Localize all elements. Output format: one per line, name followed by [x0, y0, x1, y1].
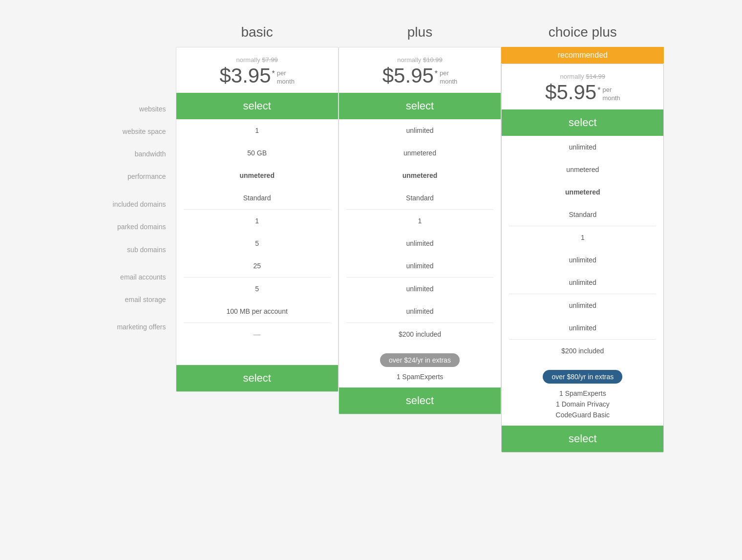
- choice-plus-normally: normally $14.99: [507, 73, 658, 80]
- plus-marketing-offers: $200 included: [339, 323, 501, 345]
- basic-parked-domains: 5: [176, 232, 338, 255]
- choice-plus-sub-domains: unlimited: [502, 271, 663, 294]
- separator-spacer-2: [78, 261, 166, 266]
- choice-plus-email-storage: unlimited: [502, 317, 663, 339]
- basic-price: $3.95: [219, 65, 271, 86]
- plus-title: plus: [339, 20, 501, 47]
- plus-websites: unlimited: [339, 119, 501, 142]
- plus-extras-item1: 1 SpamExperts: [397, 373, 444, 381]
- basic-select-top-button[interactable]: select: [176, 93, 338, 119]
- choice-plus-price: $5.95: [545, 82, 596, 103]
- choice-plus-asterisk: *: [597, 86, 600, 95]
- label-performance: performance: [78, 165, 166, 188]
- basic-select-bottom-button[interactable]: select: [176, 365, 338, 391]
- choice-plus-extras-item2: 1 Domain Privacy: [556, 400, 610, 408]
- choice-plus-bandwidth: unmetered: [502, 181, 663, 203]
- basic-features: 1 50 GB unmetered Standard 1 5 25 5 100 …: [176, 119, 338, 345]
- plus-performance: Standard: [339, 187, 501, 209]
- basic-normally-price: $7.99: [262, 56, 278, 64]
- plan-plus: plus normally $10.99 $5.95 * permonth se…: [339, 20, 501, 414]
- basic-normally-label: normally: [236, 56, 260, 64]
- basic-price-row: $3.95 * permonth: [181, 65, 333, 86]
- plan-choice-plus: choice plus recommended normally $14.99 …: [501, 20, 664, 452]
- choice-plus-extras-item1: 1 SpamExperts: [559, 389, 606, 397]
- choice-plus-per-month: permonth: [602, 86, 620, 103]
- recommended-badge: recommended: [501, 47, 664, 64]
- choice-plus-normally-price: $14.99: [586, 73, 605, 80]
- label-bandwidth: bandwidth: [78, 143, 166, 165]
- choice-plus-marketing-offers: $200 included: [502, 340, 663, 362]
- choice-plus-features: unlimited unmetered unmetered Standard 1…: [502, 136, 663, 362]
- plan-basic: basic normally $7.99 $3.95 * permonth se…: [176, 20, 339, 392]
- plus-price-row: $5.95 * permonth: [344, 65, 496, 86]
- basic-bandwidth: unmetered: [176, 164, 338, 187]
- label-email-accounts: email accounts: [78, 266, 166, 288]
- label-marketing-offers: marketing offers: [78, 316, 166, 338]
- basic-websites: 1: [176, 119, 338, 142]
- basic-email-storage: 100 MB per account: [176, 300, 338, 323]
- plus-select-top-button[interactable]: select: [339, 93, 501, 119]
- label-websites: websites: [78, 98, 166, 120]
- plus-price-section: normally $10.99 $5.95 * permonth: [339, 47, 501, 93]
- basic-title: basic: [176, 20, 339, 47]
- basic-performance: Standard: [176, 187, 338, 209]
- choice-plus-extras-badge: over $80/yr in extras: [543, 370, 622, 384]
- plus-normally-price: $10.99: [423, 56, 443, 64]
- basic-included-domains: 1: [176, 210, 338, 232]
- choice-plus-select-top-button[interactable]: select: [502, 109, 663, 136]
- choice-plus-email-accounts: unlimited: [502, 294, 663, 317]
- basic-website-space: 50 GB: [176, 142, 338, 164]
- choice-plus-website-space: unmetered: [502, 158, 663, 181]
- basic-email-accounts: 5: [176, 278, 338, 300]
- plus-asterisk: *: [435, 69, 438, 78]
- basic-sub-domains: 25: [176, 255, 338, 277]
- label-email-storage: email storage: [78, 288, 166, 311]
- basic-normally: normally $7.99: [181, 56, 333, 64]
- plus-website-space: unmetered: [339, 142, 501, 164]
- basic-extras-spacer: [176, 345, 338, 365]
- choice-plus-select-bottom-button[interactable]: select: [502, 426, 663, 452]
- plus-parked-domains: unlimited: [339, 232, 501, 255]
- plus-select-bottom-button[interactable]: select: [339, 388, 501, 414]
- basic-card: normally $7.99 $3.95 * permonth select 1…: [176, 47, 339, 392]
- choice-plus-websites: unlimited: [502, 136, 663, 158]
- plus-card: normally $10.99 $5.95 * permonth select …: [339, 47, 501, 414]
- plus-features: unlimited unmetered unmetered Standard 1…: [339, 119, 501, 345]
- label-sub-domains: sub domains: [78, 238, 166, 261]
- choice-plus-extras-item3: CodeGuard Basic: [556, 411, 610, 419]
- plus-sub-domains: unlimited: [339, 255, 501, 277]
- label-website-space: website space: [78, 120, 166, 143]
- choice-plus-price-section: normally $14.99 $5.95 * permonth: [502, 64, 663, 109]
- pricing-wrapper: websites website space bandwidth perform…: [78, 20, 664, 452]
- choice-plus-extras-section: over $80/yr in extras 1 SpamExperts 1 Do…: [502, 362, 663, 426]
- plus-per-month: permonth: [440, 69, 457, 86]
- separator-spacer-3: [78, 311, 166, 316]
- basic-price-section: normally $7.99 $3.95 * permonth: [176, 47, 338, 93]
- choice-plus-included-domains: 1: [502, 226, 663, 249]
- choice-plus-price-row: $5.95 * permonth: [507, 82, 658, 103]
- basic-asterisk: *: [272, 69, 275, 78]
- plus-normally-label: normally: [397, 56, 421, 64]
- label-included-domains: included domains: [78, 193, 166, 215]
- label-parked-domains: parked domains: [78, 215, 166, 238]
- plus-extras-section: over $24/yr in extras 1 SpamExperts: [339, 345, 501, 388]
- choice-plus-title: choice plus: [501, 20, 664, 47]
- plus-email-storage: unlimited: [339, 300, 501, 323]
- choice-plus-performance: Standard: [502, 203, 663, 226]
- plus-normally: normally $10.99: [344, 56, 496, 64]
- plus-extras-badge: over $24/yr in extras: [380, 353, 460, 367]
- plus-price: $5.95: [382, 65, 434, 86]
- choice-plus-parked-domains: unlimited: [502, 249, 663, 271]
- basic-per-month: permonth: [277, 69, 295, 86]
- plus-bandwidth: unmetered: [339, 164, 501, 187]
- plus-included-domains: 1: [339, 210, 501, 232]
- separator-spacer-1: [78, 188, 166, 193]
- feature-labels: websites website space bandwidth perform…: [78, 20, 176, 338]
- plus-email-accounts: unlimited: [339, 278, 501, 300]
- choice-plus-card: normally $14.99 $5.95 * permonth select …: [501, 64, 664, 452]
- basic-marketing-offers: —: [176, 323, 338, 345]
- choice-plus-normally-label: normally: [560, 73, 584, 80]
